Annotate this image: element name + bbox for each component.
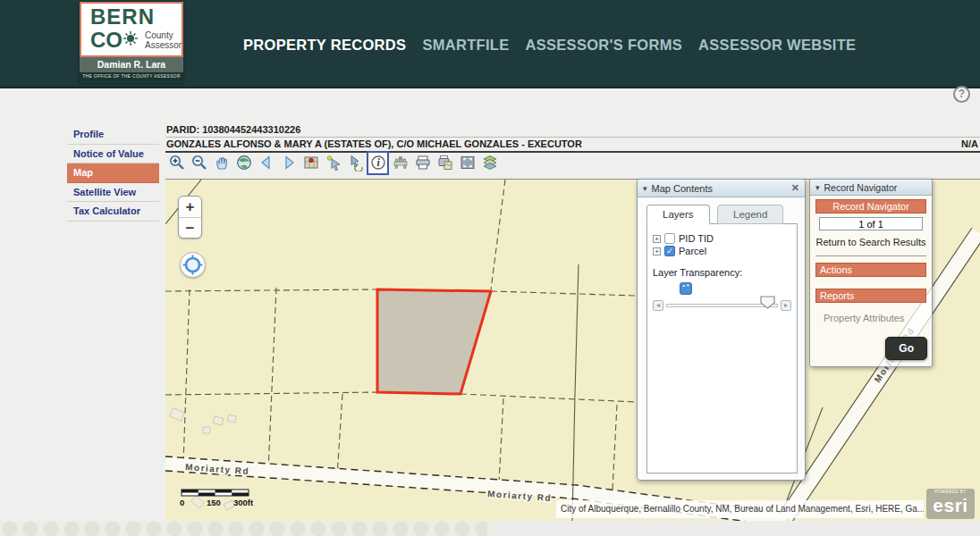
logo-co-text: CO	[90, 29, 122, 51]
record-navigator-bar: Record Navigator	[815, 199, 926, 214]
map-zoom-out-button[interactable]: −	[179, 218, 201, 239]
close-icon[interactable]: ✕	[791, 182, 799, 194]
sidebar-item-tax-calculator[interactable]: Tax Calculator	[67, 202, 159, 222]
owner-line: GONZALES ALFONSO & MARY A (ESTATES OF), …	[166, 138, 582, 149]
select-icon[interactable]	[322, 151, 344, 175]
map-zoom-in-button[interactable]: +	[179, 197, 201, 218]
actions-bar[interactable]: Actions	[815, 263, 926, 277]
slider-right-button[interactable]: ▸	[781, 300, 791, 311]
tab-layers[interactable]: Layers	[646, 205, 710, 224]
map-toolbar: i	[165, 149, 501, 176]
map-contents-header[interactable]: ▾ Map Contents ✕	[638, 180, 805, 197]
locate-button[interactable]	[180, 252, 206, 278]
logo-card: BERN CO County	[80, 2, 183, 57]
layer-label-parcel: Parcel	[679, 246, 706, 256]
app: PROPERTY RECORDS SMARTFILE ASSESSOR'S FO…	[0, 0, 980, 536]
transparency-stepper[interactable]: ▲▼	[680, 282, 692, 295]
pid-tid-checkbox[interactable]	[664, 233, 675, 244]
layer-row-parcel: + ✓ Parcel	[653, 246, 791, 256]
esri-brand: esri	[926, 496, 975, 515]
sidebar-item-profile[interactable]: Profile	[67, 125, 159, 145]
scale-start: 0	[180, 498, 184, 507]
deselect-icon[interactable]	[344, 151, 367, 175]
print-icon[interactable]	[411, 151, 434, 175]
office-tagline: THE OFFICE OF THE COUNTY ASSESSOR	[80, 72, 183, 81]
next-extent-icon[interactable]	[277, 151, 300, 175]
collapse-icon[interactable]: ▾	[815, 183, 820, 192]
layer-row-pid-tid: + PID TID	[653, 233, 791, 244]
assessor-name: Damian R. Lara	[80, 57, 183, 72]
slider-thumb[interactable]	[760, 296, 775, 313]
sidebar-item-satellite-view[interactable]: Satellite View	[67, 183, 159, 203]
zoom-out-icon[interactable]	[188, 151, 210, 175]
previous-extent-icon[interactable]	[255, 151, 277, 175]
pan-icon[interactable]	[210, 151, 232, 175]
record-navigator-panel: ▾ Record Navigator Record Navigator Retu…	[809, 179, 933, 367]
full-screen-icon[interactable]	[456, 151, 478, 175]
expand-icon[interactable]: +	[653, 247, 661, 255]
locate-map-icon[interactable]	[300, 151, 322, 175]
parid-line: PARID: 103804452443310226	[165, 123, 980, 138]
record-navigator-header[interactable]: ▾ Record Navigator	[810, 180, 932, 196]
layer-label-pid-tid: PID TID	[679, 233, 714, 244]
go-button[interactable]: Go	[885, 337, 927, 360]
zia-symbol-icon	[123, 31, 138, 49]
map-contents-title: Map Contents	[652, 183, 713, 194]
tab-legend[interactable]: Legend	[717, 205, 783, 224]
esri-logo: POWERED BY esri	[926, 489, 975, 519]
sidebar-item-map[interactable]: Map	[67, 163, 159, 183]
logo-assessor-text: Assessor	[145, 40, 182, 50]
parcel-checkbox[interactable]: ✓	[664, 246, 675, 256]
right-value: N/A	[961, 138, 978, 149]
zoom-in-icon[interactable]	[165, 151, 188, 175]
bernco-logo[interactable]: BERN CO County	[80, 2, 183, 83]
transparency-label: Layer Transparency:	[653, 267, 791, 278]
layers-icon[interactable]	[478, 151, 501, 175]
logo-bern-text: BERN	[90, 6, 182, 28]
map-contents-tabs: Layers Legend	[646, 205, 798, 224]
reports-bar[interactable]: Reports	[815, 289, 926, 303]
expand-icon[interactable]: +	[653, 235, 661, 243]
sidebar: Profile Notice of Value Map Satellite Vi…	[67, 125, 159, 222]
divider	[815, 255, 926, 256]
crosshair-icon	[182, 255, 203, 275]
scale-mid: 150	[207, 498, 221, 507]
property-attributes-link[interactable]: Property Attributes	[824, 313, 926, 323]
map-contents-panel: ▾ Map Contents ✕ Layers Legend + PID TID…	[637, 179, 806, 481]
print-map-icon[interactable]	[434, 151, 456, 175]
footer-strip	[0, 521, 980, 536]
sidebar-item-notice-of-value[interactable]: Notice of Value	[67, 145, 159, 164]
return-to-search-results-link[interactable]: Return to Search Results	[815, 237, 926, 247]
collapse-icon[interactable]: ▾	[643, 184, 647, 193]
help-icon[interactable]: ?	[953, 86, 970, 103]
logo-county-text: County	[145, 30, 182, 40]
identify-icon[interactable]: i	[367, 151, 389, 175]
measure-icon[interactable]	[389, 151, 411, 175]
scale-end: 300ft	[233, 498, 254, 507]
nav-property-records[interactable]: PROPERTY RECORDS	[243, 37, 406, 54]
top-nav: PROPERTY RECORDS SMARTFILE ASSESSOR'S FO…	[243, 37, 856, 54]
full-extent-globe-icon[interactable]	[232, 151, 255, 175]
nav-assessor-website[interactable]: ASSESSOR WEBSITE	[698, 37, 856, 54]
map-attribution: City of Albuquerque, Bernalillo County, …	[556, 500, 924, 518]
nav-assessors-forms[interactable]: ASSESSOR'S FORMS	[525, 37, 682, 54]
nav-smartfile[interactable]: SMARTFILE	[422, 37, 509, 54]
slider-left-button[interactable]: ◂	[653, 300, 663, 311]
record-position-input[interactable]	[819, 217, 923, 230]
footer-pattern	[0, 521, 487, 536]
map-zoom-control: + −	[178, 196, 202, 239]
record-navigator-title: Record Navigator	[824, 182, 898, 193]
transparency-slider: ◂ ▸	[653, 300, 791, 311]
layers-tab-content: + PID TID + ✓ Parcel Layer Transparency:…	[646, 223, 798, 473]
